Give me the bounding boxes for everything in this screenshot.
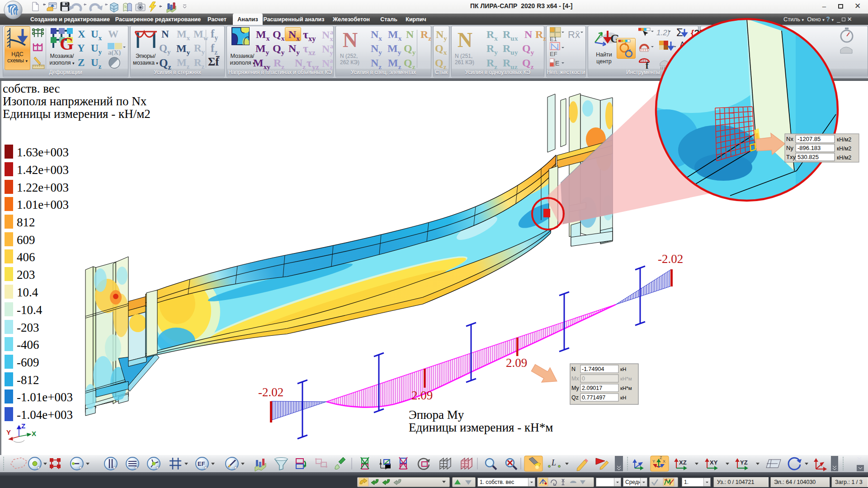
svg-text:609: 609 (17, 233, 35, 247)
svg-text:1.63e+003: 1.63e+003 (17, 145, 69, 159)
svg-text:собств. вес: собств. вес (3, 82, 60, 95)
svg-text:1.22e+003: 1.22e+003 (17, 181, 69, 194)
svg-text:-2.02: -2.02 (658, 252, 683, 266)
svg-text:Mx: Mx (571, 375, 579, 382)
svg-text:Изополя напряжений по Nx: Изополя напряжений по Nx (3, 94, 147, 108)
svg-text:N: N (571, 366, 576, 372)
svg-text:кН*м: кН*м (620, 385, 632, 391)
svg-text:-203: -203 (17, 321, 39, 334)
svg-text:Z: Z (660, 455, 662, 460)
svg-text:Nx: Nx (786, 136, 793, 142)
svg-text:-1.74904: -1.74904 (582, 366, 604, 372)
svg-text:-1207.85: -1207.85 (797, 136, 821, 142)
svg-text:Y: Y (652, 459, 655, 464)
svg-text:-896.183: -896.183 (797, 145, 821, 151)
svg-text:Единицы измерения - кН*м: Единицы измерения - кН*м (409, 421, 553, 434)
svg-text:Ny: Ny (786, 145, 793, 151)
svg-text:X: X (663, 459, 665, 464)
svg-text:XY: XY (710, 459, 718, 466)
svg-text:кН: кН (620, 366, 626, 372)
svg-text:-1.04e+003: -1.04e+003 (17, 408, 73, 422)
svg-text:0.771497: 0.771497 (582, 394, 605, 401)
svg-text:Qz: Qz (571, 394, 579, 401)
svg-text:кН/м2: кН/м2 (837, 145, 852, 152)
svg-text:EF: EF (198, 460, 205, 467)
svg-text:X: X (32, 430, 36, 437)
svg-text:406: 406 (17, 250, 35, 264)
svg-text:-10.4: -10.4 (17, 303, 42, 317)
svg-text:10.4: 10.4 (17, 286, 38, 299)
svg-text:2.09: 2.09 (411, 389, 433, 402)
svg-text:Эпюра My: Эпюра My (409, 408, 464, 422)
svg-text:1.42e+003: 1.42e+003 (17, 163, 69, 177)
svg-text:-1.01e+003: -1.01e+003 (17, 390, 73, 404)
svg-text:XZ: XZ (679, 459, 687, 466)
svg-text:812: 812 (17, 216, 35, 229)
svg-text:-406: -406 (17, 338, 39, 352)
svg-text:кН*м: кН*м (620, 376, 632, 381)
svg-text:L: L (551, 458, 556, 467)
svg-text:Единицы измерения - кН/м2: Единицы измерения - кН/м2 (3, 107, 151, 121)
svg-text:-609: -609 (17, 356, 39, 369)
svg-text:203: 203 (17, 268, 35, 282)
svg-text:кН: кН (620, 395, 626, 400)
svg-text:кН/м2: кН/м2 (837, 155, 852, 161)
svg-text:2.09017: 2.09017 (582, 385, 602, 391)
svg-text:Txy: Txy (786, 154, 796, 160)
svg-text:Y: Y (6, 428, 11, 436)
svg-text:-2.02: -2.02 (258, 385, 283, 399)
svg-text:-812: -812 (17, 373, 39, 387)
svg-text:530.825: 530.825 (797, 154, 819, 160)
svg-text:кН/м2: кН/м2 (837, 136, 852, 143)
svg-text:Z: Z (21, 422, 25, 430)
svg-text:My: My (571, 385, 579, 391)
svg-text:0: 0 (582, 375, 585, 382)
svg-text:2.09: 2.09 (506, 356, 527, 370)
svg-text:1.01e+003: 1.01e+003 (17, 198, 69, 211)
svg-text:YZ: YZ (740, 459, 748, 466)
